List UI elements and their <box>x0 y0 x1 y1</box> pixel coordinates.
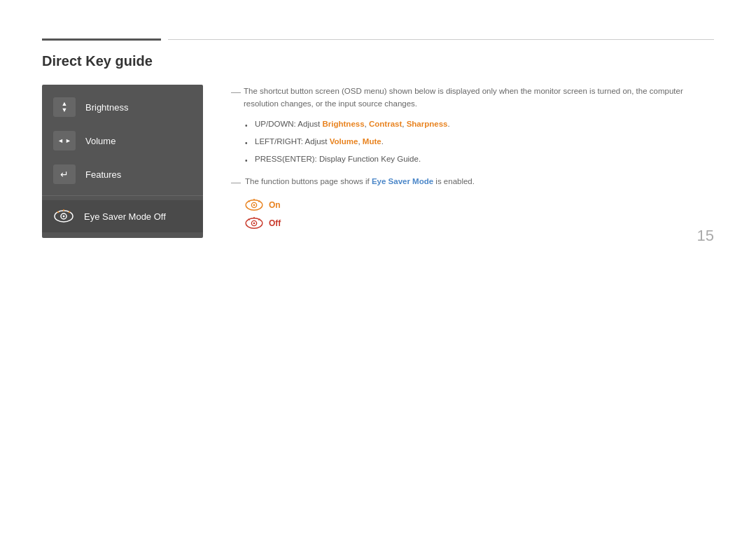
eye-saver-label: Eye Saver Mode Off <box>84 211 166 222</box>
svg-point-2 <box>63 216 65 218</box>
main-layout: ▲ ▼ Brightness ◄ ► Volume <box>42 85 714 238</box>
page-title: Direct Key guide <box>42 53 714 69</box>
eye-icon-svg <box>54 209 74 224</box>
leftright-arrow-shape: ◄ ► <box>57 137 71 144</box>
volume-highlight: Volume <box>330 137 358 146</box>
osd-panel: ▲ ▼ Brightness ◄ ► Volume <box>42 85 203 238</box>
top-line-light <box>168 39 714 40</box>
eye-saver-note-text: The function buttons page shows if Eye S… <box>245 175 475 188</box>
bullet-dot-1: • <box>245 120 249 132</box>
enter-symbol: ↵ <box>60 169 69 180</box>
osd-divider <box>42 195 203 196</box>
svg-point-14 <box>253 223 255 225</box>
bullet-leftright: • LEFT/RIGHT: Adjust Volume, Mute. <box>245 135 714 149</box>
top-line-dark <box>42 38 161 41</box>
eye-saver-mode-highlight: Eye Saver Mode <box>372 177 433 185</box>
bullet-dot-3: • <box>245 155 249 167</box>
osd-item-volume: ◄ ► Volume <box>42 124 203 157</box>
eye-saver-modes: On Off <box>245 198 714 230</box>
sharpness-highlight: Sharpness <box>407 120 448 128</box>
eye-saver-icon <box>53 209 74 224</box>
eye-saver-note: — The function buttons page shows if Eye… <box>231 175 714 190</box>
top-note: — The shortcut button screen (OSD menu) … <box>231 85 714 111</box>
right-content: — The shortcut button screen (OSD menu) … <box>231 85 714 234</box>
bullet-leftright-text: LEFT/RIGHT: Adjust Volume, Mute. <box>255 135 384 148</box>
bullet-enter: • PRESS(ENTER): Display Function Key Gui… <box>245 153 714 167</box>
svg-point-8 <box>253 204 255 206</box>
bullet-list: • UP/DOWN: Adjust Brightness, Contrast, … <box>245 118 714 167</box>
osd-item-features: ↵ Features <box>42 157 203 191</box>
brightness-label: Brightness <box>85 102 128 113</box>
mute-highlight: Mute <box>363 137 382 146</box>
bullet-enter-text: PRESS(ENTER): Display Function Key Guide… <box>255 153 421 165</box>
page-number: 15 <box>697 227 714 245</box>
bullet-updown: • UP/DOWN: Adjust Brightness, Contrast, … <box>245 118 714 132</box>
bullet-dot-2: • <box>245 138 249 149</box>
osd-item-eye-saver: Eye Saver Mode Off <box>42 200 203 232</box>
contrast-highlight: Contrast <box>369 120 402 128</box>
eye-off-icon <box>245 216 263 230</box>
osd-item-brightness: ▲ ▼ Brightness <box>42 90 203 124</box>
eye-saver-off-item: Off <box>245 216 714 230</box>
leftright-arrows-icon: ◄ ► <box>53 131 76 150</box>
updown-arrow-shape: ▲ ▼ <box>62 101 68 113</box>
eye-saver-on-item: On <box>245 198 714 212</box>
bullet-updown-text: UP/DOWN: Adjust Brightness, Contrast, Sh… <box>255 118 450 130</box>
eye-saver-on-label: On <box>269 199 281 212</box>
brightness-highlight: Brightness <box>323 120 365 128</box>
eye-saver-off-label: Off <box>269 217 281 230</box>
top-note-text: The shortcut button screen (OSD menu) sh… <box>244 85 714 111</box>
note-dash: — <box>231 84 239 99</box>
updown-arrows-icon: ▲ ▼ <box>53 97 76 117</box>
eye-on-icon <box>245 198 263 212</box>
eye-saver-note-dash: — <box>231 174 241 190</box>
volume-label: Volume <box>85 136 115 146</box>
top-decorative-lines <box>42 38 714 41</box>
features-label: Features <box>85 169 121 180</box>
enter-arrow-icon: ↵ <box>53 164 76 184</box>
